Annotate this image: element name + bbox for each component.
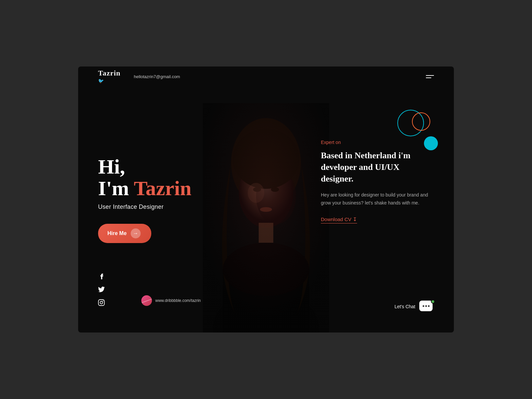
svg-point-3 [239,158,293,228]
hire-btn-label: Hire Me [107,230,127,236]
download-cv-label: Download CV ↧ [321,216,357,222]
hero-right-content: Expert on Based in Netherland i'm develo… [321,140,434,223]
svg-point-9 [260,207,272,212]
hire-me-button[interactable]: Hire Me → [98,224,151,243]
chat-dot-1 [423,305,424,307]
portfolio-page: Tazrin 🐦 hellotazrin7@gmail.com [78,66,454,332]
svg-point-5 [233,129,299,189]
hero-name: Tazrin [134,177,191,200]
facebook-icon[interactable] [98,273,105,279]
hire-arrow-icon: → [131,228,141,238]
greeting-im-text: I'm [98,177,134,200]
svg-point-0 [213,289,319,332]
header: Tazrin 🐦 hellotazrin7@gmail.com [78,66,454,86]
chat-bubble-main [419,301,433,311]
chat-label: Let's Chat [394,304,415,309]
greeting-im: I'm Tazrin [98,177,192,200]
portrait-area [196,86,336,332]
expert-label: Expert on [321,140,434,145]
svg-rect-1 [223,256,309,332]
svg-rect-13 [98,300,104,306]
hero-left-content: Hi, I'm Tazrin User Interface Designer H… [98,156,192,243]
chat-dot-3 [428,305,430,307]
svg-rect-10 [259,223,273,243]
dribbble-icon [141,295,152,306]
hero-role: User Interface Designer [98,203,192,210]
right-description: Hey are looking for designer to build yo… [321,191,434,207]
greeting-hi: Hi, [98,156,192,177]
social-icons [98,273,105,306]
svg-point-14 [100,301,103,304]
svg-point-6 [253,187,261,192]
menu-line-2 [426,77,431,78]
svg-point-2 [231,118,301,208]
circle-orange-outline [412,112,430,131]
svg-rect-12 [203,103,329,332]
dribbble-badge[interactable]: www.dribbbble.com/tazrin [141,295,201,306]
menu-button[interactable] [426,75,434,78]
chat-online-indicator [431,300,435,304]
logo-bird-icon: 🐦 [98,78,104,84]
svg-point-8 [248,183,264,203]
chat-bubble-icon [419,301,434,313]
svg-point-11 [223,243,309,296]
portrait-svg [203,103,329,332]
logo-text: Tazrin [98,69,121,77]
instagram-icon[interactable] [98,299,105,306]
chat-widget[interactable]: Let's Chat [394,301,434,313]
header-email: hellotazrin7@gmail.com [134,74,180,79]
svg-point-7 [271,187,279,192]
chat-dot-2 [425,305,427,307]
download-cv-button[interactable]: Download CV ↧ [321,216,357,223]
dribbble-url: www.dribbbble.com/tazrin [155,298,201,303]
menu-line-1 [426,75,434,76]
right-headline: Based in Netherland i'm developer and UI… [321,150,434,185]
svg-point-15 [103,301,103,301]
logo-area: Tazrin 🐦 [98,69,121,83]
svg-point-4 [256,168,296,224]
twitter-icon[interactable] [98,286,105,293]
